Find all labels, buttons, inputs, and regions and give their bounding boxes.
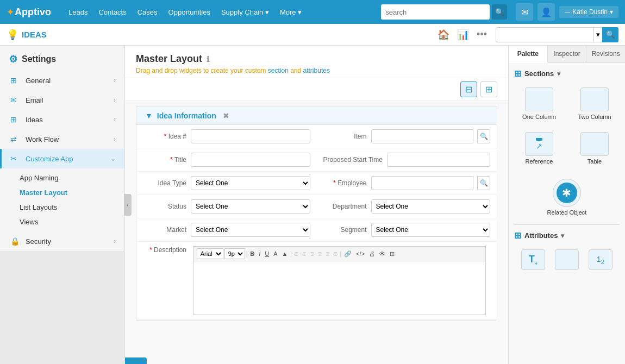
highlight-btn[interactable]: ▲: [280, 249, 290, 258]
employee-input[interactable]: [371, 176, 474, 190]
search-button[interactable]: 🔍: [492, 4, 507, 20]
content-header: Master Layout ℹ Drag and drop widgets to…: [125, 46, 508, 78]
attributes-icon: ⊞: [514, 230, 521, 241]
more-icon[interactable]: •••: [474, 27, 489, 42]
sidebar-sub-app-naming[interactable]: App Naming: [11, 171, 124, 185]
widget-two-column[interactable]: Two Column: [570, 84, 620, 123]
segment-select[interactable]: Select One: [371, 223, 491, 237]
sidebar-sub-list-layouts[interactable]: List Layouts: [11, 200, 124, 215]
search-input[interactable]: [381, 4, 490, 20]
attributes-chevron[interactable]: ▾: [561, 232, 564, 240]
sidebar-item-ideas[interactable]: ⊞ Ideas ›: [0, 110, 124, 129]
form-field-market: Market Select One: [136, 218, 317, 242]
second-search-button[interactable]: 🔍: [602, 27, 618, 42]
proposed-start-label: Proposed Start Time: [323, 156, 383, 164]
single-layout-btn[interactable]: ⊟: [460, 81, 477, 97]
link-btn[interactable]: 🔗: [342, 249, 353, 259]
nav-contacts[interactable]: Contacts: [94, 6, 130, 18]
logo-text[interactable]: Apptivo: [15, 7, 51, 18]
form-field-status: Status Select One: [136, 195, 317, 218]
related-object-label: Related Object: [547, 209, 587, 216]
view-btn[interactable]: 👁: [378, 249, 387, 258]
settings-header: ⚙ Settings: [0, 46, 124, 71]
align-right-btn[interactable]: ≡: [309, 249, 315, 258]
related-object-icon: ✱: [553, 179, 581, 207]
contacts-icon[interactable]: 👤: [538, 3, 555, 21]
table-btn[interactable]: ⊞: [388, 249, 396, 259]
grid-layout-btn[interactable]: ⊞: [480, 81, 497, 97]
tab-revisions[interactable]: Revisions: [586, 46, 625, 62]
sidebar-item-email[interactable]: ✉ Email ›: [0, 90, 124, 110]
messages-icon[interactable]: ✉: [516, 3, 533, 21]
panel-divider: [514, 224, 620, 225]
font-select[interactable]: Arial: [197, 248, 223, 259]
sections-chevron[interactable]: ▾: [557, 70, 560, 78]
code-btn[interactable]: </>: [354, 249, 366, 258]
status-select[interactable]: Select One: [191, 199, 310, 214]
sidebar-sub-master-layout[interactable]: Master Layout: [11, 185, 124, 200]
nav-cases[interactable]: Cases: [133, 6, 162, 18]
proposed-start-input[interactable]: [387, 153, 490, 167]
item-search-btn[interactable]: 🔍: [477, 129, 490, 143]
print-btn[interactable]: 🖨: [367, 249, 377, 258]
ideas-nav-label: Ideas: [26, 116, 43, 124]
chart-icon[interactable]: 📊: [455, 27, 471, 43]
employee-search-btn[interactable]: 🔍: [477, 176, 490, 190]
section-toggle[interactable]: ▼: [145, 111, 153, 120]
settings-icon: ⚙: [9, 53, 17, 65]
nav-supply-chain[interactable]: Supply Chain ▾: [217, 6, 273, 18]
form-field-employee: Employee 🔍: [317, 172, 497, 195]
sections-label: Sections: [524, 70, 554, 78]
align-left-btn[interactable]: ≡: [293, 249, 299, 258]
nav-opportunities[interactable]: Opportunities: [164, 6, 215, 18]
idea-num-input[interactable]: [191, 129, 310, 143]
nav-leads[interactable]: Leads: [64, 6, 92, 18]
user-menu[interactable]: — Katie Dustin ▾: [559, 6, 618, 18]
tab-palette[interactable]: Palette: [509, 46, 548, 63]
italic-btn[interactable]: I: [257, 249, 262, 258]
tab-inspector[interactable]: Inspector: [548, 46, 587, 62]
bold-btn[interactable]: B: [248, 249, 256, 258]
editor-body[interactable]: [193, 261, 486, 315]
widget-reference[interactable]: ↗ Reference: [514, 129, 564, 168]
font-color-btn[interactable]: A: [272, 249, 279, 258]
customize-icon: ✂: [10, 154, 20, 163]
align-justify-btn[interactable]: ≡: [316, 249, 323, 258]
list-ol-btn[interactable]: ≡: [332, 249, 339, 258]
department-select[interactable]: Select One: [371, 199, 491, 214]
item-input[interactable]: [371, 129, 474, 143]
nav-more[interactable]: More ▾: [276, 6, 306, 18]
idea-num-label: Idea #: [143, 133, 186, 140]
section-close[interactable]: ✖: [223, 111, 229, 120]
size-select[interactable]: 9pt: [224, 248, 245, 259]
list-ul-btn[interactable]: ≡: [324, 249, 331, 258]
sidebar-collapse-button[interactable]: ‹: [124, 194, 132, 216]
widget-table[interactable]: Table: [570, 129, 620, 168]
align-center-btn[interactable]: ≡: [301, 249, 307, 258]
sidebar-item-security[interactable]: 🔒 Security ›: [0, 231, 124, 251]
home-icon[interactable]: 🏠: [435, 27, 452, 43]
form-field-description: Description Arial 9pt | B: [136, 242, 497, 320]
info-icon[interactable]: ℹ: [207, 55, 209, 64]
attr-num-widget[interactable]: 12: [585, 246, 616, 273]
ideas-title: 💡 IDEAS: [7, 29, 47, 41]
user-dropdown-icon: ▾: [610, 8, 613, 16]
content-subtitle: Drag and drop widgets to create your cus…: [136, 67, 497, 74]
attr-table-widget[interactable]: [552, 246, 582, 273]
market-select[interactable]: Select One: [191, 223, 310, 237]
sidebar-sub-views[interactable]: Views: [11, 215, 124, 229]
title-input[interactable]: [191, 153, 310, 167]
attr-text-widget[interactable]: T+: [518, 246, 548, 273]
attributes-label: Attributes: [524, 231, 558, 240]
second-search-dropdown[interactable]: ▾: [593, 27, 602, 42]
underline-btn[interactable]: U: [263, 249, 271, 258]
sidebar-item-customize[interactable]: ✂ Customize App ⌄: [0, 149, 124, 168]
widget-one-column[interactable]: One Column: [514, 84, 564, 123]
idea-type-select[interactable]: Select One: [191, 176, 310, 190]
second-search-input[interactable]: [496, 27, 593, 42]
widget-related-object[interactable]: ✱ Related Object: [544, 175, 590, 219]
sidebar-item-general[interactable]: ⊞ General ›: [0, 71, 124, 90]
num-icon: 12: [597, 255, 604, 265]
sidebar-item-workflow[interactable]: ⇄ Work Flow ›: [0, 129, 124, 149]
sections-header: ⊞ Sections ▾: [514, 68, 620, 79]
